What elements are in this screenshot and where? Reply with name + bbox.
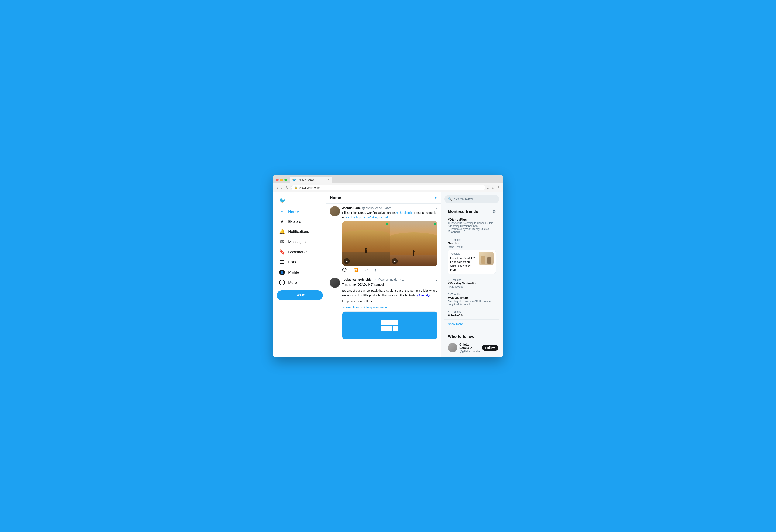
reply-action[interactable]: 💬 (342, 268, 347, 272)
tweet-2-text2: It's part of our symbol pack that's stra… (342, 288, 437, 298)
notifications-icon: 🔔 (279, 229, 285, 234)
browser-toolbar: ‹ › ↻ 🔒 twitter.com/home ⊙ ☆ ⋮ (273, 183, 503, 192)
trend-disneyplus-promo: ▣ Promoted by Walt Disney Studios Canada (448, 228, 496, 234)
explore-icon: # (279, 219, 285, 224)
seinfeld-card-text: Television Friends or Seinfeld? Fans sig… (450, 252, 476, 272)
browser-tab[interactable]: 🐦 Home / Twitter ✕ (290, 177, 332, 183)
seinfeld-thumbnail (479, 252, 494, 265)
trend-item-mondaymotivation[interactable]: 2 · Trending #MondayMotivation 125K Twee… (444, 276, 499, 291)
sidebar-item-more[interactable]: ··· More (277, 278, 323, 287)
like-icon: ♡ (365, 268, 368, 272)
settings-gear-icon[interactable]: ⚙ (493, 209, 496, 214)
lists-icon: ☰ (279, 259, 285, 265)
twitter-layout: 🐦 ⌂ Home # Explore 🔔 Notifications ✉ Mes… (273, 192, 503, 357)
sidebar-item-bookmarks[interactable]: 🔖 Bookmarks (277, 247, 323, 257)
sidebar-item-notifications[interactable]: 🔔 Notifications (277, 227, 323, 237)
tweet-1-menu-icon[interactable]: ∨ (435, 206, 437, 210)
tweet-1-hashtag-link[interactable]: #TheBigTrip (396, 211, 413, 214)
like-action[interactable]: ♡ (365, 268, 368, 272)
sidebar-label-profile: Profile (288, 270, 299, 275)
tweet-2-avatar (330, 278, 340, 288)
feed-title: Home (330, 196, 341, 200)
tweet-1-image-right[interactable]: ▶ (390, 221, 438, 266)
share-icon: ↑ (375, 268, 377, 272)
right-sidebar: 🔍 Search Twitter Montreal trends ⚙ #Disn… (441, 192, 503, 357)
address-bar[interactable]: 🔒 twitter.com/home (291, 185, 485, 191)
bookmark-star-icon[interactable]: ☆ (492, 186, 495, 190)
sidebar-item-messages[interactable]: ✉ Messages (277, 237, 323, 247)
minimize-button[interactable] (280, 179, 283, 181)
trend-item-unifor19[interactable]: 4 · Trending #Unifor19 (444, 308, 499, 319)
maximize-button[interactable] (284, 179, 287, 181)
tweet-2-link-preview[interactable] (342, 311, 437, 339)
sidebar-item-profile[interactable]: 👤 Profile (277, 267, 323, 277)
toolbar-actions: ⊙ ☆ ⋮ (487, 186, 500, 190)
tab-title: Home / Twitter (298, 178, 314, 181)
tweet-1-images: ▶ ▶ (342, 221, 437, 266)
twitter-logo[interactable]: 🐦 (277, 196, 323, 206)
trend-amo-tag: #AMOConf19 (448, 296, 496, 299)
tweet-1-user-info: Joshua Earle @joshua_earle · 45m (342, 206, 391, 210)
tweet-2-header: Tobias van Schneider ✓ @vanschneider · 1… (342, 278, 437, 281)
share-action[interactable]: ↑ (375, 268, 377, 272)
sidebar-label-messages: Messages (288, 240, 306, 244)
tweet-1-actions: 💬 🔁 ♡ ↑ (342, 268, 437, 272)
seinfeld-card[interactable]: Television Friends or Seinfeld? Fans sig… (448, 250, 496, 274)
webalys-link[interactable]: @webalys (417, 294, 431, 297)
sidebar-item-home[interactable]: ⌂ Home (277, 207, 323, 217)
back-button[interactable]: ‹ (276, 185, 278, 190)
profile-icon: 👤 (279, 270, 285, 275)
reader-icon[interactable]: ⊙ (487, 186, 490, 190)
trend-unifor-rank: 4 · Trending (448, 310, 496, 313)
play-icon-2[interactable]: ▶ (392, 258, 398, 264)
search-icon: 🔍 (448, 197, 452, 201)
more-icon: ··· (279, 280, 285, 285)
browser-titlebar: 🐦 Home / Twitter ✕ + (273, 175, 503, 183)
traffic-lights (276, 179, 287, 181)
sidebar-item-lists[interactable]: ☰ Lists (277, 257, 323, 267)
sidebar-item-explore[interactable]: # Explore (277, 217, 323, 226)
trend-item-disneyplus[interactable]: #DisneyPlus #DisneyPlus is coming to Can… (444, 216, 499, 236)
tab-close-icon[interactable]: ✕ (328, 179, 330, 181)
tweet-2: Tobias van Schneider ✓ @vanschneider · 1… (327, 275, 441, 342)
search-box[interactable]: 🔍 Search Twitter (444, 195, 499, 203)
semplice-logo (381, 320, 398, 331)
sidebar-label-home: Home (288, 210, 299, 214)
tweet-1-time: 45m (385, 206, 391, 210)
verified-badge-icon: ✓ (374, 278, 377, 281)
wtf-avatar-1 (448, 343, 457, 352)
trend-item-amoconf19[interactable]: 3 · Trending #AMOConf19 Trending with: #… (444, 291, 499, 308)
tweet-2-dot: · (400, 278, 401, 281)
tweet-2-link: → semplice.com/design-language (342, 305, 437, 310)
trend-disneyplus-tag: #DisneyPlus (448, 218, 496, 221)
new-tab-icon[interactable]: + (333, 178, 335, 183)
desert-image-1 (342, 221, 390, 266)
sidebar-label-lists: Lists (288, 260, 296, 265)
browser-chrome: 🐦 Home / Twitter ✕ + ‹ › ↻ 🔒 twitter.com… (273, 175, 503, 192)
trend-amo-count: Trending with: #amoconf2019, premier dou… (448, 300, 496, 306)
who-to-follow-title: Who to follow (448, 334, 474, 339)
sparkle-icon[interactable]: ✦ (434, 195, 437, 200)
who-to-follow-header: Who to follow (444, 332, 499, 340)
tweet-1-dot: · (383, 206, 384, 210)
reload-button[interactable]: ↻ (285, 185, 289, 190)
retweet-action[interactable]: 🔁 (353, 268, 358, 272)
semplice-cell-top (381, 320, 398, 325)
menu-icon[interactable]: ⋮ (497, 186, 500, 190)
wtf-item-1: Gillette Natalia ✓ @gillette_natalia Fol… (444, 340, 499, 355)
tweet-1-avatar (330, 206, 340, 216)
trend-monday-count: 125K Tweets (448, 286, 496, 288)
show-more-button[interactable]: Show more (444, 319, 499, 328)
tweet-button[interactable]: Tweet (277, 290, 323, 300)
trend-item-seinfeld[interactable]: 1 · Trending Seinfeld 10.9K Tweets Telev… (444, 236, 499, 276)
lock-icon: 🔒 (295, 186, 298, 189)
home-icon: ⌂ (279, 209, 285, 215)
tweet-1-image-left[interactable]: ▶ (342, 221, 390, 266)
semplice-link[interactable]: → semplice.com/design-language (342, 306, 387, 309)
tweet-2-text1: This is the "DEADLINE" symbol. (342, 282, 437, 287)
follow-button-1[interactable]: Follow (482, 344, 498, 351)
tweet-1-link[interactable]: explorehuper.com/hiking-high-du... (346, 216, 392, 219)
forward-button[interactable]: › (280, 185, 283, 190)
tweet-2-menu-icon[interactable]: ∨ (435, 278, 437, 281)
close-button[interactable] (276, 179, 278, 181)
